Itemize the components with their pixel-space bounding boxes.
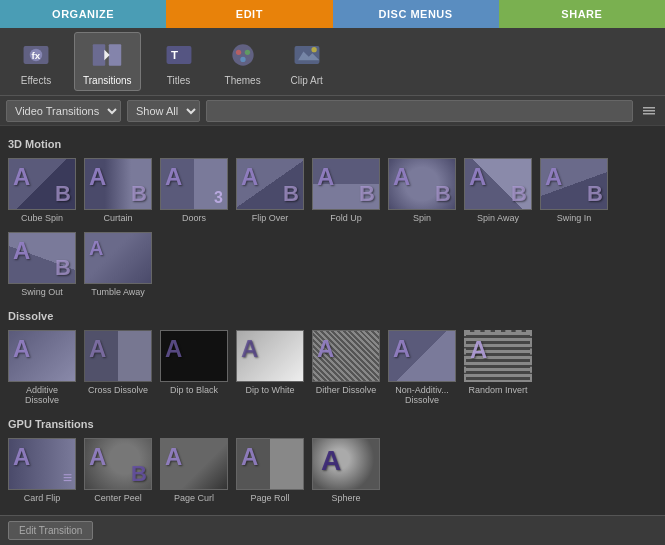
thumb-fold-up: A B bbox=[312, 158, 380, 210]
label-dip-to-black: Dip to Black bbox=[170, 385, 218, 396]
thumb-random-invert: A bbox=[464, 330, 532, 382]
svg-rect-16 bbox=[643, 110, 655, 112]
edit-transition-button[interactable]: Edit Transition bbox=[8, 521, 93, 540]
label-center-peel: Center Peel bbox=[94, 493, 142, 504]
svg-point-8 bbox=[232, 44, 253, 65]
item-sphere[interactable]: A Sphere bbox=[310, 436, 382, 506]
clipart-label: Clip Art bbox=[291, 75, 323, 86]
thumb-dither: A bbox=[312, 330, 380, 382]
label-additive-dissolve: Additive Dissolve bbox=[8, 385, 76, 407]
filter-bar: Video Transitions Show All bbox=[0, 96, 665, 126]
nav-share-label: SHARE bbox=[561, 8, 602, 20]
thumb-dip-white: A bbox=[236, 330, 304, 382]
label-sphere: Sphere bbox=[331, 493, 360, 504]
item-card-flip[interactable]: A ≡ Card Flip bbox=[6, 436, 78, 506]
section-dissolve-title: Dissolve bbox=[8, 310, 659, 322]
thumb-spin: A B bbox=[388, 158, 456, 210]
item-flip-over[interactable]: A B Flip Over bbox=[234, 156, 306, 226]
thumb-cross-dissolve: A bbox=[84, 330, 152, 382]
nav-organize-label: ORGANIZE bbox=[52, 8, 114, 20]
item-dip-to-white[interactable]: A Dip to White bbox=[234, 328, 306, 409]
svg-text:fx: fx bbox=[32, 50, 41, 61]
search-input[interactable] bbox=[206, 100, 633, 122]
label-flip-over: Flip Over bbox=[252, 213, 289, 224]
label-swing-in: Swing In bbox=[557, 213, 592, 224]
thumb-page-roll: A bbox=[236, 438, 304, 490]
effects-label: Effects bbox=[21, 75, 51, 86]
thumb-center-peel: A B bbox=[84, 438, 152, 490]
toolbar-clipart[interactable]: Clip Art bbox=[281, 33, 333, 90]
svg-point-10 bbox=[244, 50, 249, 55]
nav-organize[interactable]: ORGANIZE bbox=[0, 0, 166, 28]
thumb-card-flip: A ≡ bbox=[8, 438, 76, 490]
nav-disc[interactable]: DISC MENUS bbox=[333, 0, 499, 28]
item-spin-away[interactable]: A B Spin Away bbox=[462, 156, 534, 226]
nav-edit-label: EDIT bbox=[236, 8, 263, 20]
label-spin: Spin bbox=[413, 213, 431, 224]
label-spin-away: Spin Away bbox=[477, 213, 519, 224]
label-fold-up: Fold Up bbox=[330, 213, 362, 224]
item-swing-in[interactable]: A B Swing In bbox=[538, 156, 610, 226]
item-spin[interactable]: A B Spin bbox=[386, 156, 458, 226]
filter-type-dropdown[interactable]: Video Transitions bbox=[6, 100, 121, 122]
thumb-flip-over: A B bbox=[236, 158, 304, 210]
item-doors[interactable]: A 3 Doors bbox=[158, 156, 230, 226]
thumb-cube-spin: A B bbox=[8, 158, 76, 210]
thumb-sphere: A bbox=[312, 438, 380, 490]
thumb-non-add: A bbox=[388, 330, 456, 382]
section-dissolve: Dissolve A Additive Dissolve A Cross Dis… bbox=[6, 310, 659, 409]
thumb-page-curl: A bbox=[160, 438, 228, 490]
gpu-grid: A ≡ Card Flip A B Center Peel A Page Cur… bbox=[6, 436, 659, 506]
bottom-bar: Edit Transition bbox=[0, 515, 665, 545]
label-page-roll: Page Roll bbox=[250, 493, 289, 504]
top-nav: ORGANIZE EDIT DISC MENUS SHARE bbox=[0, 0, 665, 28]
label-dither-dissolve: Dither Dissolve bbox=[316, 385, 377, 396]
item-tumble-away[interactable]: A Tumble Away bbox=[82, 230, 154, 300]
label-curtain: Curtain bbox=[103, 213, 132, 224]
svg-point-11 bbox=[240, 57, 245, 62]
label-swing-out: Swing Out bbox=[21, 287, 63, 298]
content-area: 3D Motion A B Cube Spin A B Curtain A bbox=[0, 126, 665, 515]
item-curtain[interactable]: A B Curtain bbox=[82, 156, 154, 226]
item-center-peel[interactable]: A B Center Peel bbox=[82, 436, 154, 506]
toolbar-effects[interactable]: fx Effects bbox=[10, 33, 62, 90]
thumb-tumble-away: A bbox=[84, 232, 152, 284]
svg-rect-15 bbox=[643, 107, 655, 109]
themes-icon bbox=[225, 37, 261, 73]
effects-icon: fx bbox=[18, 37, 54, 73]
item-random-invert[interactable]: A Random Invert bbox=[462, 328, 534, 409]
section-3d-motion: 3D Motion A B Cube Spin A B Curtain A bbox=[6, 138, 659, 300]
thumb-add-dissolve: A bbox=[8, 330, 76, 382]
item-dip-to-black[interactable]: A Dip to Black bbox=[158, 328, 230, 409]
svg-text:T: T bbox=[171, 49, 178, 61]
filter-options-icon[interactable] bbox=[639, 101, 659, 121]
item-fold-up[interactable]: A B Fold Up bbox=[310, 156, 382, 226]
section-3d-motion-title: 3D Motion bbox=[8, 138, 659, 150]
item-cross-dissolve[interactable]: A Cross Dissolve bbox=[82, 328, 154, 409]
filter-show-dropdown[interactable]: Show All bbox=[127, 100, 200, 122]
titles-label: Titles bbox=[167, 75, 191, 86]
toolbar-transitions[interactable]: Transitions bbox=[74, 32, 141, 91]
label-card-flip: Card Flip bbox=[24, 493, 61, 504]
item-swing-out[interactable]: A B Swing Out bbox=[6, 230, 78, 300]
item-page-curl[interactable]: A Page Curl bbox=[158, 436, 230, 506]
toolbar-titles[interactable]: T Titles bbox=[153, 33, 205, 90]
item-additive-dissolve[interactable]: A Additive Dissolve bbox=[6, 328, 78, 409]
nav-share[interactable]: SHARE bbox=[499, 0, 665, 28]
nav-edit[interactable]: EDIT bbox=[166, 0, 332, 28]
item-dither-dissolve[interactable]: A Dither Dissolve bbox=[310, 328, 382, 409]
svg-point-9 bbox=[235, 50, 240, 55]
themes-label: Themes bbox=[225, 75, 261, 86]
label-tumble-away: Tumble Away bbox=[91, 287, 145, 298]
svg-rect-3 bbox=[93, 44, 105, 65]
item-page-roll[interactable]: A Page Roll bbox=[234, 436, 306, 506]
item-cube-spin[interactable]: A B Cube Spin bbox=[6, 156, 78, 226]
label-random-invert: Random Invert bbox=[468, 385, 527, 396]
thumb-dip-black: A bbox=[160, 330, 228, 382]
label-cross-dissolve: Cross Dissolve bbox=[88, 385, 148, 396]
toolbar-themes[interactable]: Themes bbox=[217, 33, 269, 90]
titles-icon: T bbox=[161, 37, 197, 73]
transitions-icon bbox=[89, 37, 125, 73]
section-gpu-transitions: GPU Transitions A ≡ Card Flip A B Center… bbox=[6, 418, 659, 506]
item-non-additive-dissolve[interactable]: A Non-Additiv...Dissolve bbox=[386, 328, 458, 409]
